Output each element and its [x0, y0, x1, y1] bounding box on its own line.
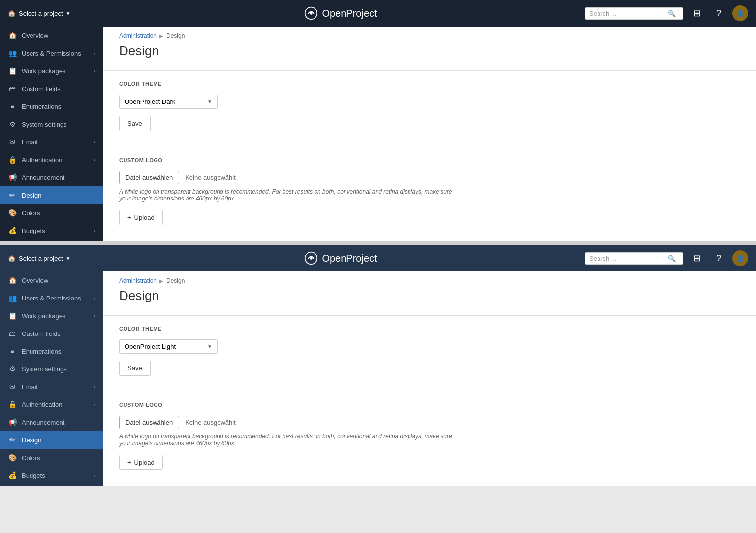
sidebar-item-system-settings[interactable]: ⚙ System settings — [0, 360, 103, 378]
sidebar-item-announcement[interactable]: 📢 Announcement — [0, 413, 103, 431]
help-icon[interactable]: ? — [711, 5, 726, 21]
sidebar-item-colors[interactable]: 🎨 Colors — [0, 204, 103, 222]
top-nav: 🏠 Select a project ▼ OpenProject 🔍 ⊞ ? 👤 — [0, 0, 756, 27]
budgets-icon: 💰 — [8, 471, 17, 479]
logo-text: OpenProject — [322, 253, 377, 264]
email-icon: ✉ — [8, 138, 17, 146]
file-row: Datei auswählen Keine ausgewählt — [119, 171, 740, 184]
file-chooser-button[interactable]: Datei auswählen — [119, 416, 179, 429]
sidebar-item-design[interactable]: ✏ Design — [0, 431, 103, 449]
logo-hint: A white logo on transparent background i… — [119, 188, 464, 202]
breadcrumb-parent[interactable]: Administration — [119, 277, 157, 284]
project-selector[interactable]: 🏠 Select a project ▼ — [8, 10, 96, 17]
sidebar-item-overview[interactable]: 🏠 Overview — [0, 27, 103, 44]
file-none-label: Keine ausgewählt — [185, 174, 236, 181]
sidebar-item-email[interactable]: ✉ Email › — [0, 378, 103, 396]
chevron-down-icon: ▼ — [66, 11, 71, 16]
budgets-icon: 💰 — [8, 227, 17, 234]
sidebar-item-label: Enumerations — [22, 103, 95, 110]
search-icon[interactable]: 🔍 — [668, 10, 676, 17]
section-color-theme: COLOR THEME OpenProject Light ▼ Save — [103, 315, 756, 392]
sidebar-item-label: Email — [22, 383, 89, 391]
sidebar-item-budgets[interactable]: 💰 Budgets › — [0, 222, 103, 239]
sidebar-item-enumerations[interactable]: ≡ Enumerations — [0, 98, 103, 115]
sidebar-item-authentication[interactable]: 🔒 Authentication › — [0, 151, 103, 168]
breadcrumb: Administration ▶ Design — [103, 27, 756, 41]
breadcrumb-parent[interactable]: Administration — [119, 33, 157, 39]
logo-icon — [304, 6, 318, 20]
main-layout: 🏠 Overview 👥 Users & Permissions › 📋 Wor… — [0, 27, 756, 241]
file-none-label: Keine ausgewählt — [185, 419, 236, 426]
colors-icon: 🎨 — [8, 209, 17, 217]
logo: OpenProject — [96, 251, 585, 265]
save-button[interactable]: Save — [119, 361, 151, 376]
main-content: Administration ▶ Design DesignCOLOR THEM… — [103, 271, 756, 486]
sidebar-item-work-packages[interactable]: 📋 Work packages › — [0, 307, 103, 325]
grid-icon[interactable]: ⊞ — [689, 250, 705, 266]
section-title: COLOR THEME — [119, 71, 740, 95]
file-chooser-button[interactable]: Datei auswählen — [119, 171, 179, 184]
section-title: CUSTOM LOGO — [119, 392, 740, 416]
sidebar-item-label: System settings — [22, 366, 95, 373]
project-selector[interactable]: 🏠 Select a project ▼ — [8, 255, 96, 262]
project-selector-label: Select a project — [19, 10, 63, 17]
users-permissions-icon: 👥 — [8, 294, 17, 302]
search-input[interactable] — [589, 255, 668, 262]
sidebar-item-overview[interactable]: 🏠 Overview — [0, 271, 103, 289]
search-icon[interactable]: 🔍 — [668, 255, 676, 262]
sidebar-item-users-permissions[interactable]: 👥 Users & Permissions › — [0, 44, 103, 62]
avatar[interactable]: 👤 — [732, 5, 748, 21]
sidebar-item-work-packages[interactable]: 📋 Work packages › — [0, 62, 103, 80]
search-box[interactable]: 🔍 — [585, 7, 683, 20]
system-settings-icon: ⚙ — [8, 365, 17, 373]
system-settings-icon: ⚙ — [8, 120, 17, 128]
color-theme-dropdown[interactable]: OpenProject Dark ▼ — [119, 95, 218, 109]
sidebar-item-email[interactable]: ✉ Email › — [0, 133, 103, 151]
sidebar-item-custom-fields[interactable]: 🗃 Custom fields — [0, 80, 103, 98]
grid-icon[interactable]: ⊞ — [689, 5, 705, 21]
sidebar-item-label: Custom fields — [22, 330, 95, 337]
sidebar-item-design[interactable]: ✏ Design — [0, 186, 103, 204]
announcement-icon: 📢 — [8, 418, 17, 426]
main-content: Administration ▶ Design DesignCOLOR THEM… — [103, 27, 756, 241]
nav-right: 🔍 ⊞ ? 👤 — [585, 250, 748, 266]
project-selector-label: Select a project — [19, 255, 63, 262]
sidebar-item-announcement[interactable]: 📢 Announcement — [0, 168, 103, 186]
dropdown-value: OpenProject Dark — [125, 98, 175, 105]
enumerations-icon: ≡ — [8, 347, 17, 355]
sidebar-item-label: Announcement — [22, 174, 95, 181]
design-icon: ✏ — [8, 191, 17, 199]
breadcrumb-sep: ▶ — [159, 33, 163, 39]
main-layout: 🏠 Overview 👥 Users & Permissions › 📋 Wor… — [0, 271, 756, 486]
upload-button[interactable]: + Upload — [119, 210, 163, 225]
avatar[interactable]: 👤 — [732, 250, 748, 266]
chevron-down-icon: ▼ — [66, 256, 71, 261]
color-theme-dropdown[interactable]: OpenProject Light ▼ — [119, 339, 218, 354]
sidebar-item-label: Email — [22, 138, 89, 146]
sidebar-item-enumerations[interactable]: ≡ Enumerations — [0, 342, 103, 360]
search-input[interactable] — [589, 10, 668, 17]
help-icon[interactable]: ? — [711, 250, 726, 266]
chevron-right-icon: › — [94, 401, 95, 407]
sidebar-item-system-settings[interactable]: ⚙ System settings — [0, 115, 103, 133]
sidebar-item-budgets[interactable]: 💰 Budgets › — [0, 466, 103, 484]
breadcrumb: Administration ▶ Design — [103, 271, 756, 286]
sidebar-item-custom-fields[interactable]: 🗃 Custom fields — [0, 325, 103, 342]
page-title: Design — [103, 286, 756, 315]
chevron-right-icon: › — [94, 472, 95, 478]
sidebar-item-label: Users & Permissions — [22, 50, 89, 57]
sidebar-item-label: Colors — [22, 209, 95, 217]
custom-fields-icon: 🗃 — [8, 330, 17, 337]
logo: OpenProject — [96, 6, 585, 20]
search-box[interactable]: 🔍 — [585, 252, 683, 265]
plus-icon: + — [127, 214, 131, 221]
screen-dark-screen: 🏠 Select a project ▼ OpenProject 🔍 ⊞ ? 👤… — [0, 0, 756, 241]
upload-button[interactable]: + Upload — [119, 455, 163, 470]
users-permissions-icon: 👥 — [8, 49, 17, 57]
sidebar-item-label: System settings — [22, 121, 95, 128]
sidebar-item-users-permissions[interactable]: 👥 Users & Permissions › — [0, 289, 103, 307]
sidebar-item-colors[interactable]: 🎨 Colors — [0, 449, 103, 466]
svg-point-3 — [310, 257, 313, 259]
sidebar-item-authentication[interactable]: 🔒 Authentication › — [0, 396, 103, 413]
save-button[interactable]: Save — [119, 116, 151, 131]
